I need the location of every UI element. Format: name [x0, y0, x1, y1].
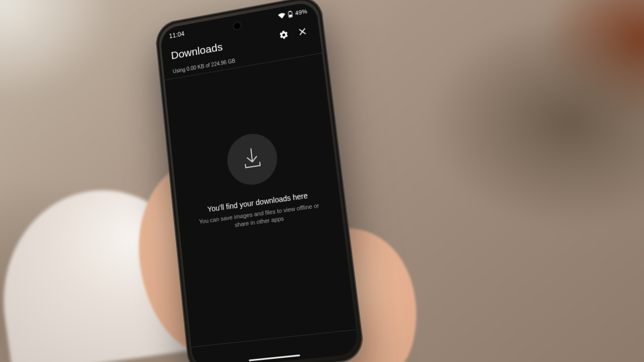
status-time: 11:04 — [169, 30, 185, 40]
svg-rect-1 — [289, 11, 291, 12]
gesture-nav-handle[interactable] — [249, 354, 301, 361]
gear-icon — [278, 29, 289, 42]
close-icon — [297, 26, 308, 39]
battery-percent: 49% — [295, 8, 308, 17]
download-illustration — [225, 130, 280, 188]
divider — [192, 329, 356, 347]
empty-state: You'll find your downloads here You can … — [165, 53, 342, 237]
battery-icon — [288, 10, 293, 18]
download-icon — [238, 144, 266, 175]
svg-rect-2 — [289, 14, 292, 17]
close-button[interactable] — [292, 21, 313, 43]
wifi-icon — [278, 12, 286, 19]
settings-button[interactable] — [273, 25, 294, 47]
